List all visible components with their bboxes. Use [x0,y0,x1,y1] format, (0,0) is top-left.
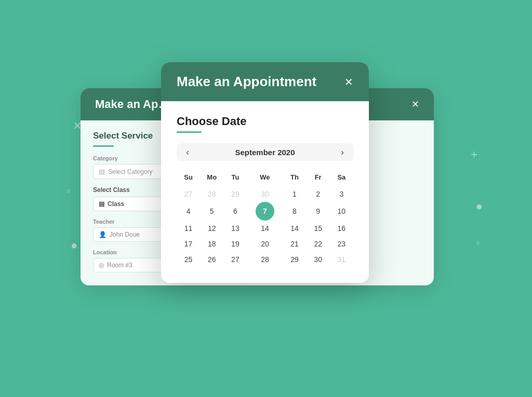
weekday-fr: Fr [307,170,330,186]
class-icon: ▤ [99,200,104,208]
location-value: Room #3 [107,262,132,269]
calendar-day[interactable]: 21 [283,236,306,252]
calendar-grid: Su Mo Tu We Th Fr Sa 27 28 29 30 1 2 [177,170,353,267]
selected-day-indicator: 7 [256,202,274,221]
weekday-mo: Mo [200,170,223,186]
calendar-next-button[interactable]: › [339,147,346,157]
calendar-day[interactable]: 6 [223,202,247,221]
main-dialog-title: Make an Appointment [177,74,316,90]
calendar-week-3: 11 12 13 14 14 15 16 [177,221,353,236]
calendar-day[interactable]: 29 [283,252,306,267]
calendar-day[interactable]: 15 [307,221,330,236]
calendar-day[interactable]: 30 [307,252,330,267]
deco-dot-left: ● [71,239,77,252]
main-dialog-body: Choose Date ‹ September 2020 › Su Mo Tu … [161,101,369,283]
calendar-day[interactable]: 31 [330,252,353,267]
weekday-th: Th [283,170,306,186]
category-icon: ▤ [99,168,105,175]
weekday-su: Su [177,170,200,186]
class-value: Class [108,200,124,208]
calendar-week-4: 17 18 19 20 21 22 23 [177,236,353,252]
calendar-day[interactable]: 5 [200,202,223,221]
calendar-day[interactable]: 14 [283,221,306,236]
calendar-day[interactable]: 13 [223,221,247,236]
deco-circle-left: ◦ [66,184,71,198]
deco-plus-right: + [471,148,477,161]
calendar-day-selected[interactable]: 7 [247,202,283,221]
calendar-weekday-row: Su Mo Tu We Th Fr Sa [177,170,353,186]
calendar-day[interactable]: 23 [330,236,353,252]
calendar-day[interactable]: 11 [177,221,200,236]
calendar-day[interactable]: 30 [247,186,283,202]
location-icon: ◎ [99,262,104,269]
calendar-day[interactable]: 19 [223,236,247,252]
calendar-week-5: 25 26 27 28 29 30 31 [177,252,353,267]
main-dialog-close-button[interactable]: ✕ [344,77,353,87]
calendar-day[interactable]: 27 [223,252,247,267]
main-dialog-header: Make an Appointment ✕ [161,62,369,101]
weekday-we: We [247,170,283,186]
calendar-week-2: 4 5 6 7 8 9 10 [177,202,353,221]
calendar-day[interactable]: 22 [307,236,330,252]
calendar-day[interactable]: 2 [307,186,330,202]
calendar-week-1: 27 28 29 30 1 2 3 [177,186,353,202]
calendar-day[interactable]: 27 [177,186,200,202]
teacher-icon: 👤 [99,231,107,238]
calendar-month-year: September 2020 [235,148,295,157]
deco-dot-right: ● [476,200,483,213]
title-underline [93,145,114,147]
calendar-day[interactable]: 4 [177,202,200,221]
choose-date-underline [177,131,202,133]
bg-dialog-title-text: Make an Ap [95,98,158,111]
bg-dialog-close-button[interactable]: ✕ [411,100,419,109]
calendar-day[interactable]: 3 [330,186,353,202]
calendar-day[interactable]: 9 [307,202,330,221]
weekday-tu: Tu [223,170,247,186]
weekday-sa: Sa [330,170,353,186]
calendar-day[interactable]: 17 [177,236,200,252]
main-dialog: Make an Appointment ✕ Choose Date ‹ Sept… [161,62,369,283]
calendar-day[interactable]: 25 [177,252,200,267]
calendar-day[interactable]: 14 [247,221,283,236]
calendar-day[interactable]: 18 [200,236,223,252]
calendar-day[interactable]: 1 [283,186,306,202]
calendar-nav: ‹ September 2020 › [177,143,353,161]
calendar-day[interactable]: 28 [247,252,283,267]
choose-date-title: Choose Date [177,115,353,128]
category-placeholder: Select Category [108,168,152,175]
calendar-prev-button[interactable]: ‹ [184,147,191,157]
calendar-day[interactable]: 29 [223,186,247,202]
calendar-day[interactable]: 26 [200,252,223,267]
calendar-day[interactable]: 16 [330,221,353,236]
deco-circle-right: ◦ [476,236,480,250]
calendar-day[interactable]: 28 [200,186,223,202]
calendar-day[interactable]: 20 [247,236,283,252]
teacher-value: John Doue [110,231,140,238]
calendar-day[interactable]: 8 [283,202,306,221]
calendar-day[interactable]: 12 [200,221,223,236]
calendar-day[interactable]: 10 [330,202,353,221]
